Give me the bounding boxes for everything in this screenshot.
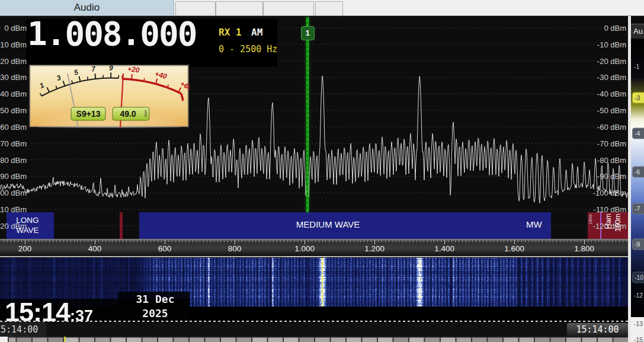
freq-tick	[84, 240, 85, 242]
freq-tick	[455, 240, 456, 242]
tab-empty-4[interactable]	[263, 1, 314, 15]
freq-tick	[14, 240, 15, 242]
freq-tick	[378, 240, 379, 242]
palette-level-label[interactable]: -9	[632, 239, 644, 250]
freq-tick	[81, 240, 81, 242]
palette-level-label[interactable]: -10	[632, 272, 644, 283]
db-label: -30 dBm	[597, 73, 626, 82]
palette-level-label[interactable]: -4	[632, 128, 644, 139]
freq-tick-label: 200	[18, 244, 32, 253]
freq-tick	[137, 240, 137, 242]
freq-tick	[609, 240, 610, 242]
freq-tick	[507, 240, 508, 242]
freq-tick	[252, 240, 253, 242]
freq-tick	[360, 240, 361, 242]
palette-level-selected[interactable]: -3	[632, 92, 644, 104]
freq-tick	[158, 240, 158, 242]
freq-tick	[420, 240, 421, 242]
freq-tick	[203, 240, 204, 242]
freq-tick	[466, 240, 466, 242]
freq-tick	[112, 240, 113, 242]
freq-tick	[25, 240, 25, 244]
freq-tick	[74, 240, 75, 242]
tab-empty-3[interactable]	[216, 1, 263, 15]
freq-tick-label: 1.000	[294, 244, 315, 253]
s-meter-scale-label: +20	[127, 65, 140, 74]
freq-tick	[357, 240, 358, 242]
freq-tick	[619, 240, 620, 242]
tab-empty-2[interactable]	[175, 1, 216, 15]
s-meter-scale-label: 9	[109, 64, 113, 72]
timeline-divider	[0, 321, 628, 322]
freq-tick	[228, 240, 228, 242]
tab-audio-label: Audio	[74, 2, 100, 14]
freq-tick	[521, 240, 522, 242]
freq-tick	[402, 240, 403, 242]
freq-tick	[200, 240, 200, 242]
db-label: -40 dBm	[0, 90, 27, 98]
freq-tick	[605, 240, 606, 242]
sdr-console-window: Audio LONG WAVE MEDIUM WAVE MW 160m Ham …	[0, 0, 644, 342]
frequency-ruler[interactable]: 2004006008001.0001.2001.4001.6001.800	[0, 239, 628, 257]
db-label: -120 dBm	[0, 221, 27, 230]
freq-tick	[77, 240, 78, 242]
timeline-scrollbar[interactable]	[0, 337, 628, 342]
db-label: -60 dBm	[0, 122, 27, 131]
freq-tick	[249, 240, 249, 242]
freq-tick	[462, 240, 463, 242]
freq-tick	[53, 240, 53, 242]
freq-tick	[284, 240, 284, 242]
freq-tick-label: 1.200	[364, 244, 385, 253]
freq-tick	[406, 240, 406, 242]
freq-tick	[49, 240, 50, 242]
freq-tick	[528, 240, 529, 242]
passband-range: 0 - 2500 Hz	[219, 44, 277, 55]
freq-tick	[154, 240, 155, 242]
freq-tick	[434, 240, 434, 242]
freq-tick	[329, 240, 329, 242]
freq-tick	[539, 240, 539, 242]
freq-tick	[18, 240, 18, 242]
freq-tick	[196, 240, 197, 242]
freq-tick	[448, 240, 448, 242]
freq-tick	[238, 240, 239, 242]
freq-tick	[123, 240, 123, 242]
freq-tick	[451, 240, 452, 242]
freq-tick	[546, 240, 546, 242]
tuning-marker-line[interactable]	[306, 17, 309, 212]
freq-tick	[598, 240, 599, 242]
frequency-readout[interactable]: 1.008.000	[27, 14, 196, 53]
db-label: -10 dBm	[597, 40, 626, 49]
freq-tick	[431, 240, 431, 242]
tuning-marker-badge[interactable]: 1	[301, 26, 315, 40]
freq-tick	[182, 240, 182, 242]
tab-audio[interactable]: Audio	[0, 0, 174, 15]
freq-tick	[497, 240, 498, 242]
mode-label[interactable]: AM	[251, 27, 262, 38]
freq-tick	[290, 240, 291, 242]
freq-tick	[126, 240, 127, 242]
freq-tick-label: 400	[88, 244, 102, 253]
freq-tick	[217, 240, 218, 242]
tab-empty-5[interactable]	[315, 1, 343, 15]
db-label: -70 dBm	[0, 139, 27, 148]
palette-level-label[interactable]: -7	[632, 203, 644, 215]
freq-tick	[56, 240, 57, 242]
timeline-end-time[interactable]: 15:14:00	[567, 323, 628, 336]
waterfall-tuned-line	[322, 258, 323, 306]
palette-level-label[interactable]: -6	[632, 167, 644, 178]
freq-tick	[385, 240, 386, 242]
freq-tick	[588, 240, 588, 242]
freq-tick	[399, 240, 399, 242]
freq-tick	[277, 240, 277, 242]
freq-tick	[553, 240, 553, 242]
spectrum-display[interactable]: LONG WAVE MEDIUM WAVE MW 160m Ham 160m 2…	[0, 16, 628, 342]
freq-tick	[602, 240, 603, 242]
waterfall-palette-panel: Au -1-3-4-6-7-9-10-12-13-15	[631, 16, 644, 342]
freq-tick	[374, 240, 375, 244]
db-label: -50 dBm	[0, 106, 27, 115]
freq-tick	[60, 240, 60, 242]
waterfall-timeline[interactable]: 15:14:00 15:14:00	[0, 322, 628, 337]
freq-tick	[231, 240, 232, 242]
freq-tick	[479, 240, 480, 242]
